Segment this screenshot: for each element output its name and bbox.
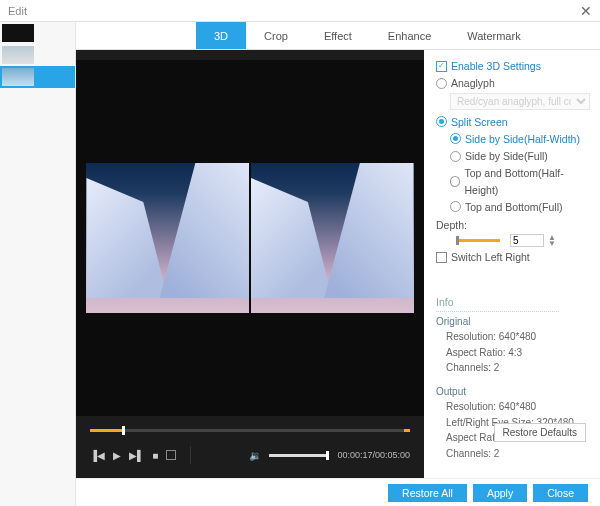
original-aspect: Aspect Ratio: 4:3	[436, 345, 590, 361]
depth-label: Depth:	[436, 217, 467, 233]
original-label: Original	[436, 314, 590, 330]
volume-icon[interactable]: 🔉	[249, 450, 261, 461]
sbs-full-radio[interactable]	[450, 151, 461, 162]
tab-bar: 3D Crop Effect Enhance Watermark	[76, 22, 600, 50]
prev-icon[interactable]: ▐◀	[90, 450, 105, 461]
volume-slider[interactable]	[269, 454, 329, 457]
close-icon[interactable]: ✕	[580, 3, 592, 19]
info-header: Info	[436, 294, 559, 312]
splitscreen-radio[interactable]	[436, 116, 447, 127]
depth-stepper-icon[interactable]: ▲▼	[548, 235, 556, 247]
close-button[interactable]: Close	[533, 484, 588, 502]
next-icon[interactable]: ▶▌	[129, 450, 144, 461]
tab-effect[interactable]: Effect	[306, 22, 370, 49]
anaglyph-label: Anaglyph	[451, 75, 495, 91]
sbs-half-radio[interactable]	[450, 133, 461, 144]
clip-thumb[interactable]	[0, 22, 75, 44]
depth-slider[interactable]	[456, 239, 500, 242]
restore-defaults-button[interactable]: Restore Defaults	[494, 423, 586, 442]
switch-lr-checkbox[interactable]: ✓	[436, 252, 447, 263]
tab-full-label: Top and Bottom(Full)	[465, 199, 562, 215]
original-resolution: Resolution: 640*480	[436, 329, 590, 345]
sbs-half-label: Side by Side(Half-Width)	[465, 131, 580, 147]
tab-enhance[interactable]: Enhance	[370, 22, 449, 49]
tab-full-radio[interactable]	[450, 201, 461, 212]
clip-thumb-selected[interactable]	[0, 66, 75, 88]
output-resolution: Resolution: 640*480	[436, 399, 590, 415]
enable-3d-checkbox[interactable]: ✓	[436, 61, 447, 72]
preview-pane: ▐◀ ▶ ▶▌ ■ 🔉 00:00:17/00:05:00	[76, 50, 424, 478]
tab-half-radio[interactable]	[450, 176, 460, 187]
tab-3d[interactable]: 3D	[196, 22, 246, 49]
settings-panel: ✓ Enable 3D Settings Anaglyph Red/cyan a…	[424, 50, 600, 478]
play-icon[interactable]: ▶	[113, 450, 121, 461]
restore-all-button[interactable]: Restore All	[388, 484, 467, 502]
stop-icon[interactable]: ■	[152, 450, 158, 461]
enable-3d-label: Enable 3D Settings	[451, 58, 541, 74]
output-channels: Channels: 2	[436, 446, 590, 462]
clip-thumb[interactable]	[0, 44, 75, 66]
tab-crop[interactable]: Crop	[246, 22, 306, 49]
snapshot-icon[interactable]	[166, 450, 176, 460]
apply-button[interactable]: Apply	[473, 484, 527, 502]
original-channels: Channels: 2	[436, 360, 590, 376]
tab-half-label: Top and Bottom(Half-Height)	[464, 165, 590, 198]
splitscreen-label: Split Screen	[451, 114, 508, 130]
clip-sidebar	[0, 22, 76, 506]
switch-lr-label: Switch Left Right	[451, 249, 530, 265]
anaglyph-radio[interactable]	[436, 78, 447, 89]
anaglyph-select: Red/cyan anaglyph, full color	[450, 93, 590, 110]
tab-watermark[interactable]: Watermark	[449, 22, 538, 49]
preview-left-eye	[86, 163, 249, 313]
output-label: Output	[436, 384, 590, 400]
sbs-full-label: Side by Side(Full)	[465, 148, 548, 164]
preview-right-eye	[251, 163, 414, 313]
depth-input[interactable]	[510, 234, 544, 247]
timeline[interactable]	[76, 420, 424, 440]
window-title: Edit	[8, 5, 27, 17]
video-preview[interactable]	[76, 60, 424, 416]
playback-time: 00:00:17/00:05:00	[337, 450, 410, 460]
